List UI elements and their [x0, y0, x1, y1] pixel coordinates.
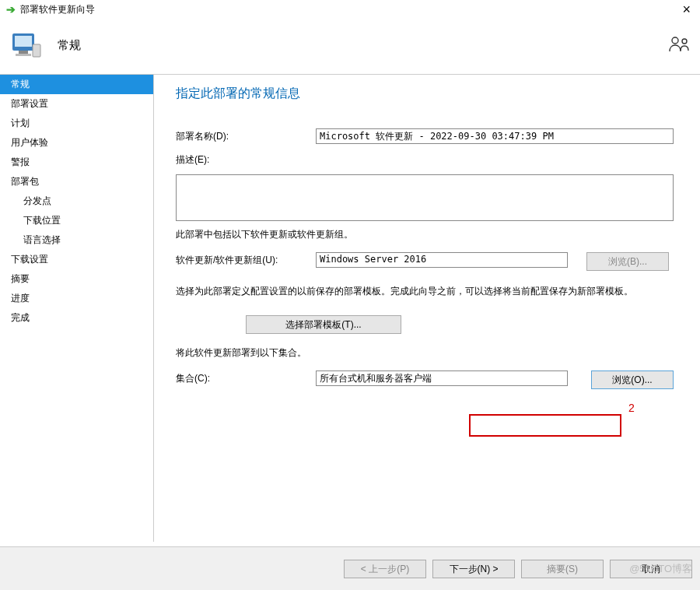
annotation-box-2: [469, 414, 621, 437]
bottom-bar: < 上一步(P) 下一步(N) > 摘要(S) 取消: [0, 546, 700, 590]
sidebar-item-summary[interactable]: 摘要: [0, 269, 153, 289]
sidebar-item-schedule[interactable]: 计划: [0, 114, 153, 133]
sidebar-item-download-location[interactable]: 下载位置: [0, 211, 153, 230]
svg-rect-4: [33, 44, 40, 57]
update-group-value: Windows Server 2016: [316, 252, 568, 268]
people-icon: [669, 34, 691, 58]
svg-rect-2: [19, 51, 28, 54]
computer-icon: [9, 29, 44, 63]
sidebar-item-progress[interactable]: 进度: [0, 289, 153, 308]
sidebar-item-user-experience[interactable]: 用户体验: [0, 133, 153, 153]
svg-point-6: [682, 39, 687, 44]
sidebar-item-download-settings[interactable]: 下载设置: [0, 250, 153, 269]
main-heading: 指定此部署的常规信息: [176, 86, 678, 102]
description-textarea[interactable]: [176, 174, 674, 221]
browse-collection-button[interactable]: 浏览(O)...: [591, 371, 674, 389]
svg-rect-3: [16, 54, 31, 56]
sidebar-item-distribution-point[interactable]: 分发点: [0, 191, 153, 211]
collection-label: 集合(C):: [176, 371, 316, 385]
sidebar-item-general[interactable]: 常规: [0, 75, 153, 94]
select-template-button[interactable]: 选择部署模板(T)...: [246, 315, 401, 334]
deploy-name-input[interactable]: [316, 128, 674, 144]
main-panel: 指定此部署的常规信息 部署名称(D): 描述(E): 此部署中包括以下软件更新或…: [154, 75, 700, 542]
window-title: 部署软件更新向导: [20, 3, 95, 16]
collection-value: 所有台式机和服务器客户端: [316, 371, 568, 386]
description-label: 描述(E):: [176, 152, 316, 167]
page-title: 常规: [58, 38, 81, 53]
titlebar: ➔ 部署软件更新向导 ×: [0, 0, 700, 19]
sidebar-item-deploy-settings[interactable]: 部署设置: [0, 94, 153, 114]
update-group-label: 软件更新/软件更新组(U):: [176, 252, 316, 267]
next-button[interactable]: 下一步(N) >: [432, 560, 515, 578]
annotation-number-2: 2: [628, 402, 635, 414]
cancel-button[interactable]: 取消: [610, 560, 692, 578]
collection-note: 将此软件更新部署到以下集合。: [176, 346, 678, 360]
summary-button[interactable]: 摘要(S): [521, 560, 604, 578]
sidebar-item-language[interactable]: 语言选择: [0, 230, 153, 250]
close-icon[interactable]: ×: [677, 2, 695, 18]
sidebar: 常规 部署设置 计划 用户体验 警报 部署包 分发点 下载位置 语言选择 下载设…: [0, 75, 154, 542]
svg-rect-1: [15, 36, 32, 47]
sidebar-item-package[interactable]: 部署包: [0, 172, 153, 191]
prev-button[interactable]: < 上一步(P): [344, 560, 426, 578]
sidebar-item-complete[interactable]: 完成: [0, 308, 153, 328]
browse-update-group-button[interactable]: 浏览(B)...: [586, 252, 669, 271]
header: 常规: [0, 19, 700, 75]
template-note: 选择为此部署定义配置设置的以前保存的部署模板。完成此向导之前，可以选择将当前配置…: [176, 285, 678, 298]
deploy-name-label: 部署名称(D):: [176, 128, 316, 143]
wizard-arrow-icon: ➔: [5, 3, 17, 16]
body: 常规 部署设置 计划 用户体验 警报 部署包 分发点 下载位置 语言选择 下载设…: [0, 75, 700, 542]
svg-point-5: [672, 37, 678, 44]
sidebar-item-alerts[interactable]: 警报: [0, 153, 153, 172]
include-note: 此部署中包括以下软件更新或软件更新组。: [176, 228, 678, 241]
